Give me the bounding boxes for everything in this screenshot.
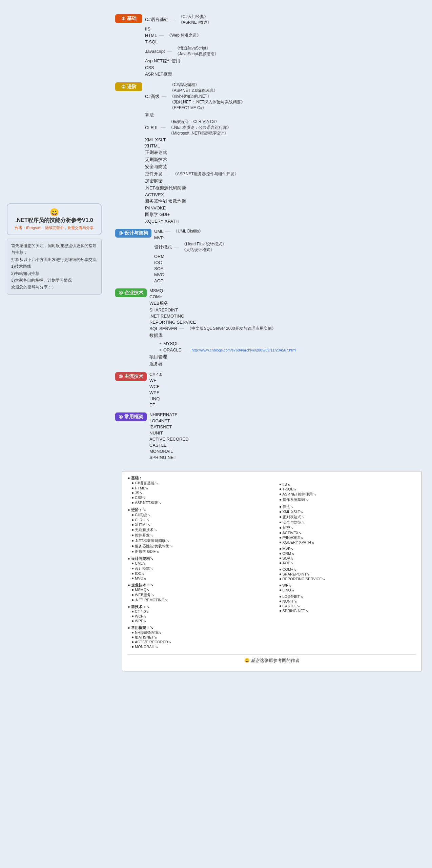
frameworks-items: NHIBERNATE LOG4NET IBATISNET NUNIT ACTIV… [149,412,189,460]
list-item: .NET框架源码阅读↘ [132,538,269,543]
list-item: IIS↘ [280,482,416,487]
list-item: C#语言基础 《C#入门经典》 《ASP.NET概述》 [145,14,219,26]
list-item: 图形学 GDI+ [145,211,245,218]
section-basics: ① 基础 C#语言基础 《C#入门经典》 《ASP.NET概述》 [115,14,422,78]
list-item: C# 4.0↘ [132,609,269,614]
section-design: ③ 设计与架构 UML 《UML Distills》 MVP [115,228,422,284]
list-item: MVP↘ [280,547,416,551]
list-item: 正则表达式 [145,149,245,156]
list-item: WPF↘ [132,619,269,623]
left-panel: 😀 .NET程序员的技能分析参考V1.0 作者：iProgram，陆续完善中，欢… [7,203,102,295]
list-item: T-SQL [145,39,219,45]
label-advanced: ② 进阶 [115,82,142,91]
list-item: WPF [149,390,162,396]
list-item: IBATISNET [149,424,189,430]
list-item: ORACLE http://www.cnblogs.com/s7684/arch… [160,347,296,353]
list-item: 服务器性能 负载均衡↘ [132,544,269,549]
list-item: 服务器性能 负载均衡 [145,198,245,205]
list-item: REPORTING SERVICE [149,319,296,325]
list-item: 操作系统基础↘ [280,497,416,502]
author-line: 作者：iProgram，陆续完善中，欢迎交流与分享 [13,225,96,230]
list-item: MVC [154,272,226,278]
list-item: SPRING.NET [149,455,189,460]
list-item: 控件开发↘ [132,533,269,538]
list-item: .NET REMOTING [149,313,296,319]
title-emoji: 😀 [13,208,96,217]
label-basics: ① 基础 [115,14,142,23]
list-item: LOG4NET↘ [280,594,416,599]
list-item: ACTIVE RECORED↘ [132,640,269,644]
section-mainstream: ⑤ 主流技术 C# 4.0 WF WCF WPF [115,371,422,408]
advanced-items: C#高级 《C#高级编程》 《ASP.NET 2.0编程珠玑》 《你必须知道的.… [145,82,245,224]
sections-wrapper: ① 基础 C#语言基础 《C#入门经典》 《ASP.NET概述》 [115,10,422,671]
list-item: ASP.NET控件使用↘ [280,492,416,497]
list-item: 设计模式↘ [132,566,269,571]
title-card: 😀 .NET程序员的技能分析参考V1.0 作者：iProgram，陆续完善中，欢… [7,203,102,235]
list-item: IBATISNET↘ [132,635,269,640]
list-item: 加密解密 [145,178,245,184]
list-item: CSS [145,65,219,70]
main-title: .NET程序员的技能分析参考V1.0 [13,217,96,224]
list-item: 算法↘ [280,504,416,509]
list-item: ACTIVEX [145,192,245,198]
main-container: 😀 .NET程序员的技能分析参考V1.0 作者：iProgram，陆续完善中，欢… [0,0,432,682]
list-item: CASTLE↘ [280,604,416,608]
list-item: LINQ↘ [280,588,416,592]
list-item: UML↘ [132,561,269,566]
list-item: 加密↘ [280,525,416,530]
list-item: UML 《UML Distills》 [154,228,226,235]
list-item: IIS [145,26,219,32]
list-item: LOG4NET [149,418,189,424]
list-item: MONORAIL [149,448,189,454]
list-item: XHTML [145,143,245,149]
section-enterprise: ④ 企业技术 MSMQ COM+ WEB服务 SHAREPOINT [115,288,422,367]
label-design: ③ 设计与架构 [115,229,151,238]
list-item: NUNIT [149,430,189,436]
list-item: ACTIVEX↘ [280,531,416,535]
list-item: 项目管理 [149,354,296,360]
list-item: SOA↘ [280,556,416,561]
list-item: SOA [154,266,226,271]
list-item: HTML 《Web 标准之道》 [145,32,219,39]
list-item: REPORTING SERVICE↘ [280,577,416,581]
list-item: ORM↘ [280,551,416,556]
list-item: XHTML↘ [132,523,269,527]
list-item: AOP↘ [280,561,416,565]
list-item: Asp.NET控件使用 [145,58,219,64]
list-item: NHIBERNATE↘ [132,630,269,635]
section-frameworks: ⑥ 常用框架 NHIBERNATE LOG4NET IBATISNET NUNI… [115,412,422,460]
list-item: CASTLE [149,442,189,448]
list-item: P/INVOKE [145,205,245,211]
list-item: 无刷新技术↘ [132,527,269,532]
list-item: SHAREPOINT [149,307,296,313]
list-item: NUNIT↘ [280,599,416,604]
list-item: 正则表达式↘ [280,514,416,520]
list-item: SHAREPOINT↘ [280,572,416,577]
list-item: 数据库 MYSQL ORACLE http://www.cn [149,332,296,353]
list-item: XQUERY XPATH [145,218,245,224]
list-item: MONORAIL↘ [132,645,269,649]
list-item: WEB服务 [149,300,296,307]
summary-box: ● 基础： C#语言基础↘ HTML↘ JS↘ CSS↘ ASP.NET框架↘ … [122,471,422,671]
design-items: UML 《UML Distills》 MVP 设计模式 《Head First … [154,228,226,284]
list-item: MSMQ↘ [132,588,269,592]
list-item: XQUERY XPATH↘ [280,540,416,545]
list-item: CSS↘ [132,496,269,500]
list-item: .NET REMOTING↘ [132,598,269,602]
list-item: ACTIVE RECORED [149,436,189,442]
list-item: NHIBERNATE [149,412,189,418]
summary-footer-title: 😀 感谢这张原参考图的作者 [128,654,416,664]
list-item: CLR IL↘ [132,518,269,522]
list-item: JS↘ [132,491,269,495]
description-text: 首先感谢您的关注，同时欢迎您提供更多的指导与推荐； 打算从以下几个方面出发进行更… [11,243,97,289]
list-item: MYSQL [160,341,296,346]
label-frameworks: ⑥ 常用框架 [115,412,147,421]
enterprise-items: MSMQ COM+ WEB服务 SHAREPOINT .NET REMOTING [149,288,296,367]
list-item: 服务器 [149,361,296,367]
list-item: EF [149,402,162,408]
list-item: SQL SERVER 《中文版SQL Server 2000开发与管理应用实例》 [149,325,296,332]
list-item: Javascript 《悟透JavaScript》 《JavaScript权威指… [145,45,219,57]
list-item: XML XSLT [145,137,245,143]
list-item: WCF [149,384,162,389]
list-item: C#高级 《C#高级编程》 《ASP.NET 2.0编程珠玑》 《你必须知道的.… [145,82,245,111]
